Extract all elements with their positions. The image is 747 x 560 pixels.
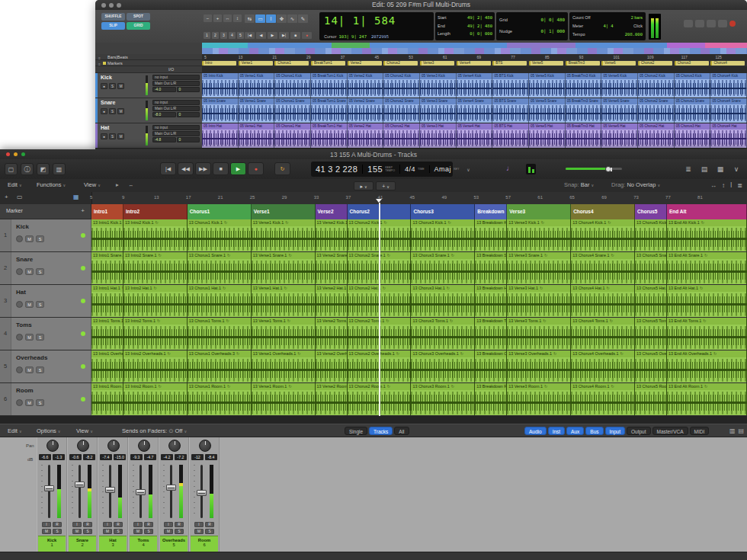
mixer-options-menu[interactable]: Options∨ bbox=[37, 427, 61, 434]
solo-button[interactable]: S bbox=[109, 83, 116, 89]
audio-region[interactable]: 05 Verse6 Snare bbox=[601, 98, 638, 123]
mute-button[interactable]: M bbox=[133, 529, 143, 534]
view-menu[interactable]: View∨ bbox=[84, 181, 101, 188]
marker-chip[interactable]: Verse2 bbox=[348, 61, 382, 66]
marker-chip[interactable]: Chorus1 bbox=[274, 61, 309, 66]
filter-midi-button[interactable]: MIDI bbox=[690, 427, 710, 435]
count-off-label[interactable]: Count Off bbox=[572, 14, 590, 22]
horizontal-zoom-icon[interactable]: ↔ bbox=[710, 181, 717, 190]
record-enable-button[interactable]: ● bbox=[101, 108, 107, 114]
volume-value[interactable]: -9.3 bbox=[130, 454, 143, 460]
wide-view-icon[interactable]: ▤ bbox=[738, 427, 744, 436]
track-name-box[interactable]: Overheads5 bbox=[160, 536, 188, 552]
global-tracks-button[interactable]: ▦ bbox=[73, 194, 79, 200]
browser-icon[interactable]: ▦ bbox=[714, 163, 726, 175]
audio-region[interactable]: 13 Chorus5 Kick.1↻ bbox=[635, 219, 667, 251]
arrangement-section[interactable]: Intro2 bbox=[123, 204, 188, 219]
audio-region[interactable]: 13 Verse2 Overheads.1↻ bbox=[316, 350, 348, 382]
solo-button[interactable]: S bbox=[109, 133, 116, 139]
audio-region[interactable]: 05 Chorus2 Hat bbox=[383, 123, 420, 148]
drag-selector[interactable]: Drag: No Overlap ∨ bbox=[611, 181, 660, 188]
audio-region[interactable]: 13 End Alt Kick.1↻ bbox=[667, 219, 747, 251]
audio-region[interactable]: 13 Verse2 Room.1↻ bbox=[316, 383, 348, 415]
solo-button[interactable]: S bbox=[36, 268, 44, 275]
mute-button[interactable]: M bbox=[117, 133, 124, 139]
stop-button[interactable]: ■ bbox=[290, 32, 300, 39]
zoom-presets-icon[interactable]: ≣ bbox=[737, 181, 742, 190]
tempo-display[interactable]: 155 KEEPTEMPO bbox=[363, 165, 400, 174]
trim-tool[interactable]: ⇆ bbox=[245, 14, 255, 23]
record-enable-button[interactable]: ● bbox=[101, 83, 107, 89]
pan-knob[interactable] bbox=[77, 440, 89, 452]
audio-region[interactable]: 13 Intro1 Kick.1↻ bbox=[91, 219, 123, 251]
audio-region[interactable]: 05 Chorus4 Kick bbox=[710, 73, 747, 98]
volume-value[interactable]: -7.4 bbox=[100, 454, 112, 460]
quick-help-icon[interactable]: ▢ bbox=[5, 163, 18, 175]
start-value[interactable]: 49| 2| 480 bbox=[467, 14, 492, 22]
mute-button[interactable]: M bbox=[25, 399, 34, 406]
audio-region[interactable]: 13 Intro2 Room.1↻ bbox=[123, 383, 188, 415]
audio-region[interactable]: 13 Chorus5 Toms.1↻ bbox=[635, 318, 667, 350]
add-track-button[interactable]: + bbox=[5, 194, 8, 200]
record-enable-button[interactable] bbox=[16, 235, 23, 242]
pan-readout[interactable]: 0 bbox=[177, 112, 200, 117]
track-name-box[interactable]: Toms4 bbox=[130, 536, 157, 552]
filter-bus-button[interactable]: Bus bbox=[585, 427, 603, 435]
pan-readout[interactable]: 0 bbox=[177, 137, 200, 142]
zoom-preset-1[interactable]: 1 bbox=[204, 32, 210, 39]
tempo-label[interactable]: Tempo bbox=[572, 30, 585, 39]
input-monitor-button[interactable]: I bbox=[194, 522, 204, 527]
audio-region[interactable]: 13 Chorus1 Kick.1↻ bbox=[188, 219, 252, 251]
input-assignment[interactable]: no input bbox=[152, 100, 200, 105]
volume-readout[interactable]: -4.8 bbox=[152, 137, 176, 142]
go-to-start-button[interactable]: |◀ bbox=[245, 32, 255, 39]
audio-region[interactable]: 13 Intro2 Kick.1↻ bbox=[123, 219, 188, 251]
solo-button[interactable]: S bbox=[205, 529, 214, 534]
bar-ruler[interactable]: + ▭ ▦ 5913172125293337414549535761656973… bbox=[0, 192, 747, 205]
track-name-box[interactable]: Hat3 bbox=[99, 536, 127, 552]
track-name[interactable]: Overheads bbox=[16, 354, 47, 361]
volume-value[interactable]: -0.6 bbox=[69, 454, 82, 460]
audio-region[interactable]: 13 Intro1 Snare.1↻ bbox=[91, 252, 123, 284]
audio-region[interactable]: 13 Intro2 Snare.1↻ bbox=[123, 252, 188, 284]
main-counter-value[interactable]: 14| 1| 584 bbox=[324, 14, 396, 27]
arrangement-section[interactable]: End Alt bbox=[667, 204, 747, 219]
audio-region[interactable]: 13 Breakdown Toms.1↻ bbox=[475, 318, 507, 350]
arrangement-section[interactable]: Chorus5 bbox=[635, 204, 667, 219]
marker-chip[interactable]: Verse5 bbox=[529, 61, 563, 66]
key-display[interactable]: Amaj KEY bbox=[430, 165, 464, 173]
shuffle-mode-button[interactable]: SHUFFLE bbox=[101, 13, 125, 21]
smart-tool[interactable]: ✥ bbox=[277, 14, 287, 23]
track-name[interactable]: Hat bbox=[101, 125, 109, 130]
audio-region[interactable]: 13 End Alt Snare.1↻ bbox=[667, 252, 747, 284]
lcd-div[interactable]: 2 bbox=[335, 165, 341, 174]
audio-region[interactable]: 13 Chorus3 Kick.1↻ bbox=[411, 219, 475, 251]
audio-region[interactable]: 05 Chorus2 Snare bbox=[383, 98, 420, 123]
mixer-view-tracks-button[interactable]: Tracks bbox=[369, 427, 393, 435]
input-monitor-button[interactable]: I bbox=[72, 522, 82, 527]
mixer-view-single-button[interactable]: Single bbox=[345, 427, 367, 435]
audio-region[interactable]: 05 Intro Hat bbox=[202, 123, 239, 148]
track-name-box[interactable]: Snare2 bbox=[69, 536, 96, 552]
command-click-tool-selector[interactable]: + ∨ bbox=[376, 181, 396, 190]
marker-chip[interactable]: Chorus3 bbox=[675, 61, 709, 66]
vertical-zoom-button[interactable]: ↕ bbox=[233, 14, 242, 22]
mixer-edit-menu[interactable]: Edit∨ bbox=[8, 427, 22, 434]
record-button[interactable]: ● bbox=[248, 162, 264, 175]
output-assignment[interactable]: Main Out L/R bbox=[152, 81, 200, 86]
left-click-tool-selector[interactable]: ▸ ∨ bbox=[354, 181, 374, 190]
audio-region[interactable]: 13 Chorus3 Toms.1↻ bbox=[411, 318, 475, 350]
lcd-mode-chevron-icon[interactable]: ∨ bbox=[463, 167, 473, 172]
rewind-button[interactable]: ◀ bbox=[256, 32, 266, 39]
audio-region[interactable]: 05 Verse2 Snare bbox=[348, 98, 384, 123]
track-header[interactable]: 5OverheadsMS bbox=[0, 350, 91, 382]
arrangement-section[interactable]: Verse1 bbox=[252, 204, 316, 219]
audio-region[interactable]: 13 Verse3 Toms.1↻ bbox=[507, 318, 571, 350]
audio-region[interactable]: 05 Verse1 Hat bbox=[239, 123, 275, 148]
pan-knob[interactable] bbox=[107, 440, 120, 452]
track-name[interactable]: Snare bbox=[101, 100, 115, 105]
audio-region[interactable]: 05 Verse3 Snare bbox=[420, 98, 457, 123]
audio-region[interactable]: 05 BreakTrn3 Snare bbox=[566, 98, 602, 123]
audio-region[interactable]: 13 Verse3 Overheads.1↻ bbox=[507, 350, 571, 382]
zoom-preset-3[interactable]: 3 bbox=[220, 32, 227, 39]
